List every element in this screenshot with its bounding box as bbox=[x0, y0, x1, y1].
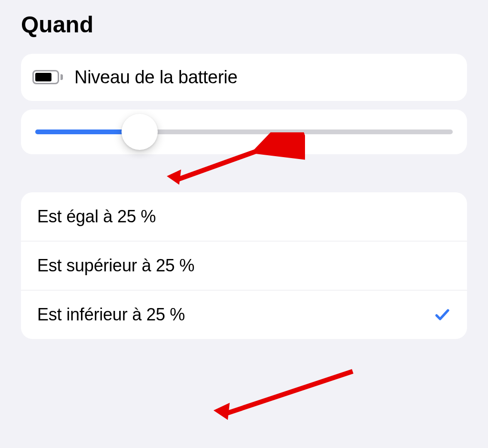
option-equals[interactable]: Est égal à 25 % bbox=[21, 192, 467, 241]
option-label: Est supérieur à 25 % bbox=[37, 256, 194, 276]
battery-slider[interactable] bbox=[35, 129, 453, 134]
battery-level-row[interactable]: Niveau de la batterie bbox=[21, 54, 467, 101]
option-label: Est inférieur à 25 % bbox=[37, 305, 185, 325]
annotation-arrow-icon bbox=[210, 367, 362, 424]
condition-options: Est égal à 25 % Est supérieur à 25 % Est… bbox=[21, 192, 467, 339]
section-title: Quand bbox=[0, 0, 488, 45]
battery-slider-card bbox=[21, 110, 467, 154]
option-less[interactable]: Est inférieur à 25 % bbox=[21, 290, 467, 339]
svg-line-1 bbox=[224, 371, 353, 414]
option-greater[interactable]: Est supérieur à 25 % bbox=[21, 241, 467, 290]
checkmark-icon bbox=[434, 306, 451, 323]
slider-thumb[interactable] bbox=[122, 114, 158, 150]
battery-icon bbox=[32, 70, 62, 85]
option-label: Est égal à 25 % bbox=[37, 207, 156, 227]
battery-label: Niveau de la batterie bbox=[74, 67, 237, 88]
